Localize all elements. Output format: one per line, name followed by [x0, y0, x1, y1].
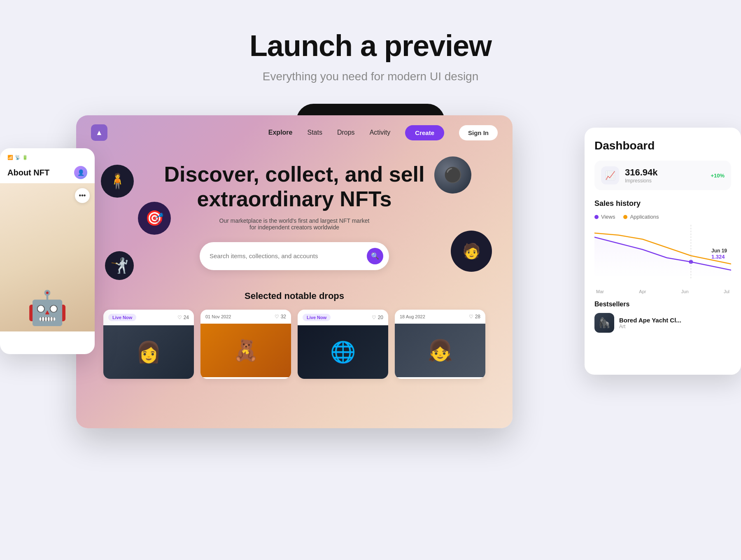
like-count-1: ♡ 24 — [177, 315, 189, 320]
content-area: 📶 📡 🔋 About NFT 👤 ••• 🤖 ▲ Explore — [0, 115, 741, 560]
nav-drops[interactable]: Drops — [337, 129, 355, 136]
sales-history-title: Sales history — [594, 199, 731, 208]
legend-views: Views — [594, 214, 615, 220]
legend-label-applications: Applications — [630, 214, 659, 220]
drop-character-3: 🌐 — [330, 340, 356, 364]
avatar-icon: 👤 — [77, 169, 84, 176]
nft-search-input[interactable] — [210, 252, 367, 259]
impressions-value: 316.94k — [625, 167, 658, 178]
sales-chart: Jun 19 1.324 — [594, 225, 731, 282]
legend-applications: Applications — [623, 214, 659, 220]
bestseller-nft-icon: 🦍 — [598, 317, 611, 329]
nav-explore[interactable]: Explore — [268, 129, 293, 136]
nft-marketplace-card: ▲ Explore Stats Drops Activity Create Si… — [76, 115, 513, 428]
live-badge-3: Live Now — [303, 314, 331, 321]
signal-icon: 📶 — [7, 155, 13, 160]
bestseller-category: Art — [619, 324, 681, 329]
hero-subtitle: Everything you need for modern UI design — [8, 70, 733, 83]
user-avatar[interactable]: 👤 — [74, 166, 87, 179]
legend-label-views: Views — [601, 214, 615, 220]
drop-character-1: 👩 — [136, 340, 161, 364]
about-nft-row: About NFT 👤 — [0, 164, 95, 183]
bestsellers-title: Bestsellers — [594, 301, 731, 308]
nft-drop-card-3: Live Now ♡ 20 🌐 — [298, 310, 388, 379]
nav-stats[interactable]: Stats — [307, 129, 322, 136]
drop-image-3: 🌐 — [298, 325, 388, 379]
drop-card-header-4: 18 Aug 2022 ♡ 28 — [395, 310, 485, 324]
impressions-label: Impressions — [625, 178, 658, 184]
drops-section-title: Selected notable drops — [93, 291, 496, 301]
chart-label-mar: Mar — [596, 289, 604, 294]
more-options-button[interactable]: ••• — [75, 188, 90, 203]
ellipsis-icon: ••• — [79, 192, 86, 199]
chart-legend: Views Applications — [594, 214, 731, 220]
drop-character-4: 👧 — [427, 338, 453, 362]
about-nft-label: About NFT — [7, 168, 49, 177]
logo-icon: ▲ — [96, 128, 103, 137]
nft-nav: ▲ Explore Stats Drops Activity Create Si… — [76, 115, 513, 150]
tooltip-value: 1.324 — [711, 254, 727, 260]
drop-image-2: 🧸 — [200, 324, 291, 377]
hero-title: Launch a preview — [8, 29, 733, 63]
legend-dot-applications — [623, 215, 627, 219]
impressions-row: 📈 316.94k Impressions +10% — [594, 161, 731, 190]
mobile-preview-card: 📶 📡 🔋 About NFT 👤 ••• 🤖 — [0, 148, 95, 354]
drop-card-header-3: Live Now ♡ 20 — [298, 310, 388, 325]
drop-image-1: 👩 — [103, 325, 194, 379]
nft-hero-title: Discover, collect, and sellextraordinary… — [84, 162, 504, 212]
bestseller-info: Bored Ape Yacht Cl... Art — [619, 317, 681, 329]
live-badge-1: Live Now — [108, 314, 136, 321]
trend-icon: 📈 — [601, 166, 619, 184]
chart-label-jul: Jul — [724, 289, 729, 294]
trending-up-icon: 📈 — [605, 170, 615, 180]
heart-icon-4: ♡ — [469, 314, 473, 320]
wifi-icon: 📡 — [15, 155, 21, 160]
drop-image-4: 👧 — [395, 324, 485, 377]
nav-activity[interactable]: Activity — [370, 129, 391, 136]
chart-label-apr: Apr — [639, 289, 646, 294]
svg-marker-0 — [594, 237, 731, 278]
nft-nav-links: Explore Stats Drops Activity Create Sign… — [268, 125, 498, 140]
drop-card-header-1: Live Now ♡ 24 — [103, 310, 194, 325]
nft-drop-card-4: 18 Aug 2022 ♡ 28 👧 — [395, 310, 485, 379]
date-badge-2: 01 Nov 2022 — [205, 314, 231, 319]
nft-hero-section: Discover, collect, and sellextraordinary… — [76, 150, 513, 278]
drop-character-2: 🧸 — [233, 338, 259, 362]
nft-search-bar: 🔍 — [200, 242, 389, 270]
status-bar: 📶 📡 🔋 — [7, 155, 28, 160]
dashboard-card: Dashboard 📈 316.94k Impressions +10% Sal… — [585, 128, 741, 375]
drop-card-header-2: 01 Nov 2022 ♡ 32 — [200, 310, 291, 324]
chart-x-labels: Mar Apr Jun Jul — [594, 289, 731, 294]
create-button[interactable]: Create — [405, 125, 444, 140]
impressions-change: +10% — [711, 173, 725, 179]
nft-drops-grid: Live Now ♡ 24 👩 01 Nov 2022 ♡ — [93, 310, 496, 379]
like-count-3: ♡ 20 — [372, 315, 383, 320]
chart-tooltip: Jun 19 1.324 — [711, 248, 727, 260]
battery-icon: 🔋 — [22, 155, 28, 160]
robot-character-image: 🤖 — [27, 289, 68, 327]
nft-hero-description: Our marketplace is the world's first and… — [84, 217, 504, 231]
date-badge-4: 18 Aug 2022 — [400, 314, 425, 319]
nft-drops-section: Selected notable drops Live Now ♡ 24 👩 — [76, 278, 513, 387]
bestseller-image: 🦍 — [594, 313, 614, 333]
heart-icon-2: ♡ — [275, 314, 279, 320]
mobile-card-header: 📶 📡 🔋 — [0, 148, 95, 164]
tooltip-date: Jun 19 — [711, 248, 727, 254]
legend-dot-views — [594, 215, 599, 219]
signin-button[interactable]: Sign In — [459, 125, 498, 140]
search-icon: 🔍 — [371, 252, 379, 260]
like-count-4: ♡ 28 — [469, 314, 480, 320]
impressions-info: 316.94k Impressions — [625, 167, 658, 184]
like-count-2: ♡ 32 — [275, 314, 286, 320]
dashboard-title: Dashboard — [594, 139, 731, 152]
nft-logo: ▲ — [91, 124, 107, 141]
bestseller-row: 🦍 Bored Ape Yacht Cl... Art — [594, 313, 731, 333]
nft-search-button[interactable]: 🔍 — [367, 248, 383, 264]
bestseller-name: Bored Ape Yacht Cl... — [619, 317, 681, 324]
heart-icon-1: ♡ — [177, 315, 182, 320]
nft-drop-card-1: Live Now ♡ 24 👩 — [103, 310, 194, 379]
nft-drop-card-2: 01 Nov 2022 ♡ 32 🧸 — [200, 310, 291, 379]
chart-label-jun: Jun — [681, 289, 689, 294]
nft-card-image: ••• 🤖 — [0, 183, 95, 331]
heart-icon-3: ♡ — [372, 315, 376, 320]
